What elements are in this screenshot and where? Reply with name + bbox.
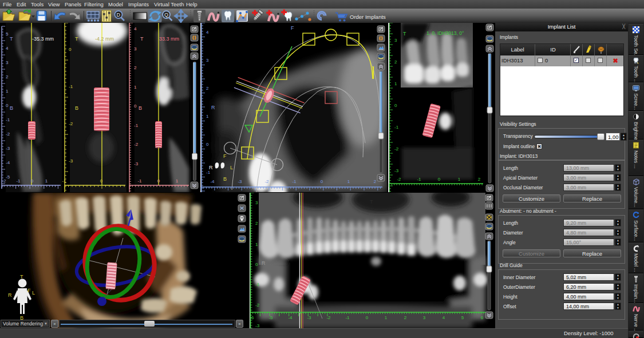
svg-text:-5: -5 <box>6 174 10 180</box>
svg-text:F: F <box>223 153 227 159</box>
svg-text:-1: -1 <box>394 125 399 130</box>
svg-text:D: D <box>117 12 121 18</box>
svg-text:0: 0 <box>206 142 209 147</box>
svg-text:-2: -2 <box>6 132 10 137</box>
svg-text:1: 1 <box>255 242 258 247</box>
svg-text:R: R <box>211 105 215 110</box>
svg-text:-3: -3 <box>238 179 242 184</box>
svg-text:0: 0 <box>157 178 160 184</box>
svg-text:4: 4 <box>442 315 445 320</box>
svg-text:-2: -2 <box>397 177 401 182</box>
svg-text:-2: -2 <box>326 315 331 320</box>
svg-text:B: B <box>139 105 142 111</box>
svg-text:T: T <box>403 31 406 37</box>
svg-text:2: 2 <box>394 59 397 65</box>
svg-text:-1: -1 <box>137 178 142 184</box>
svg-text:3: 3 <box>6 60 9 65</box>
svg-text:-4.2 mm: -4.2 mm <box>95 36 114 42</box>
svg-text:-2: -2 <box>255 303 260 308</box>
svg-text:0: 0 <box>69 47 72 52</box>
svg-text:-3: -3 <box>255 323 260 328</box>
svg-text:-35.3 mm: -35.3 mm <box>32 36 54 42</box>
svg-text:1: 1 <box>458 177 461 182</box>
svg-text:T: T <box>20 274 23 280</box>
svg-text:0: 0 <box>100 178 103 184</box>
svg-text:B: B <box>10 105 13 111</box>
svg-text:-1: -1 <box>206 170 211 175</box>
svg-text:-1: -1 <box>255 282 260 287</box>
svg-text:F: F <box>291 25 294 31</box>
svg-text:-1: -1 <box>417 177 421 182</box>
svg-text:0: 0 <box>6 103 9 108</box>
svg-text:1: 1 <box>347 179 350 184</box>
svg-text:-1: -1 <box>6 117 10 122</box>
svg-text:-4: -4 <box>288 315 293 320</box>
svg-text:-1: -1 <box>62 178 66 184</box>
svg-text:1: 1 <box>385 315 388 320</box>
svg-text:4: 4 <box>6 46 9 51</box>
svg-text:1: 1 <box>134 85 137 90</box>
svg-text:-4: -4 <box>210 179 215 184</box>
svg-text:1: 1 <box>6 89 9 94</box>
svg-text:-1: -1 <box>69 84 73 89</box>
svg-text:L: L <box>230 165 233 170</box>
svg-text:L: L <box>32 290 35 296</box>
svg-text:0: 0 <box>134 104 137 109</box>
svg-text:-5: -5 <box>268 315 273 320</box>
svg-text:-1: -1 <box>345 315 350 320</box>
svg-text:T: T <box>370 199 373 205</box>
svg-text:T: T <box>75 36 78 42</box>
svg-text:1: 1 <box>394 81 397 86</box>
svg-text:-3: -3 <box>6 146 10 151</box>
svg-text:3: 3 <box>206 58 209 63</box>
svg-text:-1: -1 <box>292 179 297 184</box>
svg-text:2: 2 <box>404 315 407 320</box>
svg-text:B: B <box>223 176 227 182</box>
svg-text:R: R <box>209 165 213 170</box>
svg-text:-4: -4 <box>6 160 10 165</box>
svg-text:-3: -3 <box>307 315 311 320</box>
svg-text:1, 0, IDH3013, 0°: 1, 0, IDH3013, 0° <box>426 30 464 36</box>
svg-text:3: 3 <box>423 315 426 320</box>
svg-text:-6: -6 <box>250 315 254 320</box>
svg-text:T: T <box>140 36 144 42</box>
svg-text:6: 6 <box>481 315 484 320</box>
svg-text:-1: -1 <box>134 123 139 128</box>
svg-text:-3: -3 <box>69 158 73 164</box>
svg-text:0: 0 <box>321 179 323 184</box>
svg-text:3: 3 <box>255 200 258 205</box>
svg-text:0: 0 <box>366 315 369 320</box>
svg-text:2: 2 <box>478 177 481 182</box>
svg-text:2: 2 <box>255 221 258 226</box>
svg-text:Q: Q <box>164 12 168 18</box>
svg-text:T: T <box>10 36 13 42</box>
svg-text:3: 3 <box>134 46 137 51</box>
svg-text:2: 2 <box>374 179 377 184</box>
svg-text:0: 0 <box>255 262 258 267</box>
svg-text:1: 1 <box>206 114 209 119</box>
svg-text:-3: -3 <box>394 168 399 173</box>
svg-text:-2: -2 <box>134 142 139 147</box>
svg-text:3: 3 <box>394 38 397 43</box>
svg-text:5: 5 <box>6 31 9 37</box>
svg-text:5: 5 <box>461 315 464 320</box>
svg-text:-1: -1 <box>16 178 21 184</box>
svg-text:1: 1 <box>176 178 179 184</box>
svg-text:4: 4 <box>206 30 209 35</box>
svg-text:0: 0 <box>438 177 441 182</box>
svg-text:2: 2 <box>134 65 137 70</box>
svg-text:2: 2 <box>6 74 9 79</box>
svg-text:2: 2 <box>206 86 209 91</box>
svg-text:4: 4 <box>134 26 137 31</box>
svg-text:-2: -2 <box>394 146 399 152</box>
svg-text:B: B <box>75 105 78 111</box>
svg-text:0: 0 <box>394 103 397 108</box>
svg-text:F: F <box>27 288 31 293</box>
svg-text:-2: -2 <box>2 178 6 184</box>
svg-text:33.3 mm: 33.3 mm <box>159 36 179 42</box>
svg-text:-3: -3 <box>134 161 139 166</box>
svg-text:R: R <box>262 260 266 266</box>
svg-text:-2: -2 <box>69 121 73 126</box>
svg-text:0: 0 <box>31 178 34 184</box>
svg-text:1: 1 <box>45 178 48 184</box>
